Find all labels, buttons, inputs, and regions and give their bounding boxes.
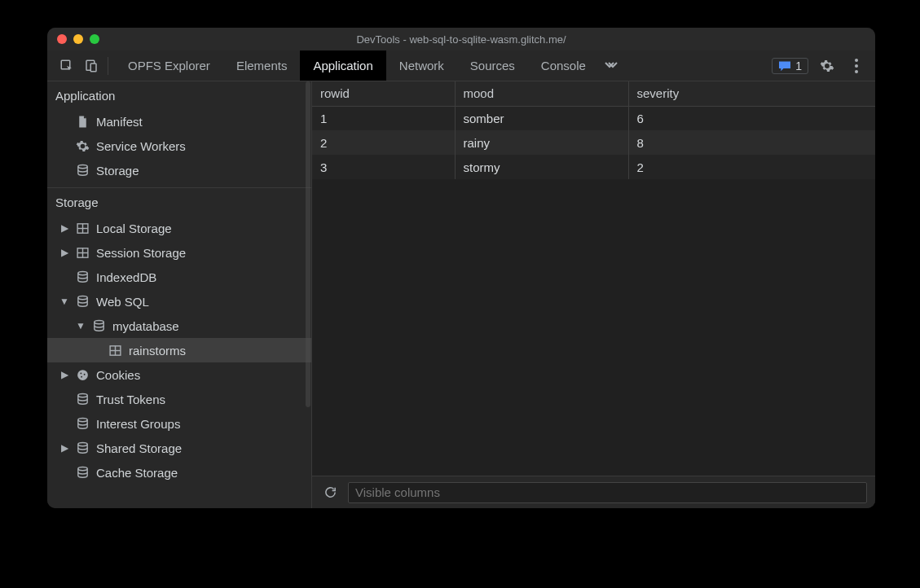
sidebar-item-rainstorms[interactable]: ▶rainstorms [47, 338, 311, 362]
table-icon [75, 245, 90, 260]
application-sidebar: Application▶Manifest▶Service Workers▶Sto… [47, 81, 312, 508]
tab-network[interactable]: Network [386, 50, 457, 81]
window-controls [57, 34, 99, 44]
table-cell: stormy [455, 155, 628, 179]
sidebar-item-label: Shared Storage [96, 441, 182, 455]
file-icon [75, 114, 90, 129]
more-menu-icon[interactable] [846, 55, 867, 77]
chevron-right-icon[interactable]: ▶ [60, 222, 68, 234]
sidebar-item-label: rainstorms [129, 344, 186, 358]
sidebar-item-label: Session Storage [96, 246, 186, 260]
maximize-window-button[interactable] [90, 34, 99, 44]
svg-point-19 [77, 370, 88, 380]
tab-sources[interactable]: Sources [457, 50, 528, 81]
more-tabs-button[interactable] [599, 61, 623, 71]
sidebar-section-storage: Storage [47, 187, 311, 216]
storage-icon [75, 294, 90, 309]
sidebar-item-label: Web SQL [96, 295, 149, 309]
refresh-icon[interactable] [320, 483, 340, 502]
sidebar-item-manifest[interactable]: ▶Manifest [47, 109, 311, 134]
toolbar-separator [108, 57, 108, 75]
svg-point-20 [80, 372, 81, 374]
svg-point-26 [77, 467, 86, 470]
storage-icon [75, 441, 90, 455]
data-table: rowidmoodseverity 1somber62rainy83stormy… [312, 81, 875, 179]
tab-application[interactable]: Application [300, 50, 385, 81]
table-icon [108, 343, 122, 358]
chevron-right-icon[interactable]: ▶ [60, 442, 68, 454]
svg-point-24 [77, 418, 86, 421]
svg-point-22 [81, 375, 82, 377]
sidebar-item-label: Cookies [96, 368, 140, 382]
table-row[interactable]: 2rainy8 [312, 130, 875, 155]
table-icon [75, 221, 90, 235]
sidebar-item-mydatabase[interactable]: ▼mydatabase [47, 314, 311, 338]
sidebar-item-local-storage[interactable]: ▶Local Storage [47, 216, 311, 240]
svg-point-5 [855, 70, 858, 73]
table-cell: 1 [312, 106, 455, 130]
table-row[interactable]: 1somber6 [312, 106, 875, 130]
storage-icon [75, 465, 90, 480]
inspect-element-icon[interactable] [55, 55, 78, 77]
column-header-severity[interactable]: severity [628, 81, 875, 106]
sidebar-item-service-workers[interactable]: ▶Service Workers [47, 134, 311, 158]
storage-icon [75, 163, 90, 178]
sidebar-item-label: IndexedDB [96, 270, 156, 284]
svg-point-21 [83, 373, 85, 375]
sidebar-item-cache-storage[interactable]: ▶Cache Storage [47, 460, 311, 485]
storage-icon [75, 270, 90, 284]
storage-icon [91, 318, 106, 333]
svg-point-4 [855, 64, 858, 68]
storage-icon [75, 392, 90, 406]
svg-point-13 [77, 271, 86, 274]
chevron-down-icon[interactable]: ▼ [77, 320, 85, 331]
table-cell: 6 [628, 106, 875, 130]
table-row[interactable]: 3stormy2 [312, 155, 875, 179]
sidebar-item-storage[interactable]: ▶Storage [47, 158, 311, 182]
sidebar-item-interest-groups[interactable]: ▶Interest Groups [47, 411, 311, 436]
svg-rect-2 [90, 64, 96, 72]
sidebar-item-label: Cache Storage [96, 466, 178, 480]
svg-point-3 [855, 59, 858, 62]
chevron-right-icon[interactable]: ▶ [60, 247, 68, 258]
window-title: DevTools - web-sql-to-sqlite-wasm.glitch… [47, 33, 875, 46]
sidebar-item-indexeddb[interactable]: ▶IndexedDB [47, 265, 311, 289]
chevron-down-icon[interactable]: ▼ [60, 296, 68, 307]
column-header-rowid[interactable]: rowid [312, 81, 455, 106]
toolbar: OPFS ExplorerElementsApplicationNetworkS… [47, 50, 875, 81]
sidebar-item-web-sql[interactable]: ▼Web SQL [47, 289, 311, 314]
settings-icon[interactable] [817, 55, 838, 77]
sidebar-item-session-storage[interactable]: ▶Session Storage [47, 240, 311, 265]
issues-count: 1 [795, 59, 802, 72]
column-header-mood[interactable]: mood [455, 81, 628, 106]
table-container: rowidmoodseverity 1somber62rainy83stormy… [312, 81, 875, 476]
tab-elements[interactable]: Elements [223, 50, 301, 81]
close-window-button[interactable] [57, 34, 67, 44]
chevron-right-icon[interactable]: ▶ [60, 369, 68, 380]
minimize-window-button[interactable] [73, 34, 83, 44]
svg-point-23 [77, 393, 86, 397]
svg-point-25 [77, 442, 86, 445]
table-cell: 3 [312, 155, 455, 179]
sidebar-item-label: Local Storage [96, 222, 172, 235]
issues-button[interactable]: 1 [772, 58, 808, 74]
storage-icon [75, 416, 90, 431]
svg-point-14 [77, 296, 86, 299]
visible-columns-input[interactable] [348, 482, 867, 503]
table-cell: somber [455, 106, 628, 130]
sidebar-item-shared-storage[interactable]: ▶Shared Storage [47, 436, 311, 460]
sidebar-item-trust-tokens[interactable]: ▶Trust Tokens [47, 387, 311, 411]
svg-point-6 [77, 165, 86, 168]
main-panel: rowidmoodseverity 1somber62rainy83stormy… [312, 81, 875, 508]
tab-console[interactable]: Console [528, 50, 599, 81]
devtools-window: DevTools - web-sql-to-sqlite-wasm.glitch… [47, 28, 875, 508]
table-cell: 2 [312, 130, 455, 155]
sidebar-item-cookies[interactable]: ▶Cookies [47, 362, 311, 387]
sidebar-item-label: Interest Groups [96, 417, 180, 431]
gear-icon [75, 138, 90, 153]
device-toggle-icon[interactable] [80, 55, 103, 77]
table-cell: 8 [628, 130, 875, 155]
sidebar-scrollbar[interactable] [306, 81, 310, 407]
tab-opfs-explorer[interactable]: OPFS Explorer [115, 50, 223, 81]
sidebar-section-application: Application [47, 81, 311, 109]
